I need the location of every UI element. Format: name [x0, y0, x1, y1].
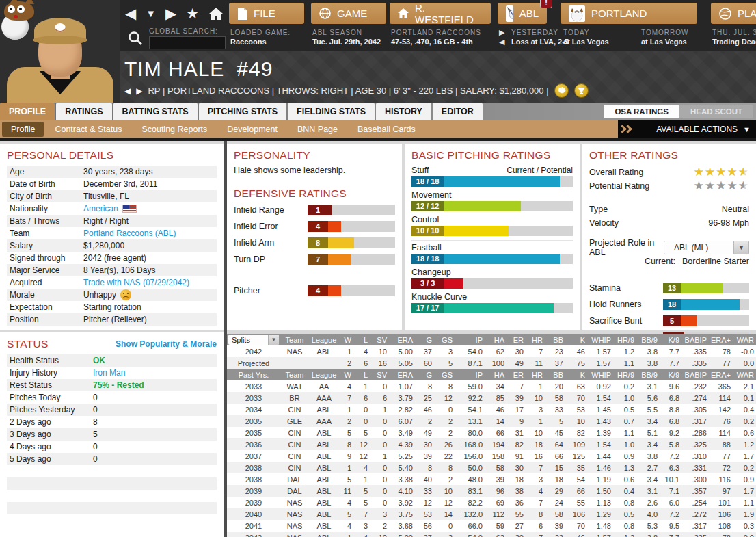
column-header[interactable]: GS [436, 369, 457, 380]
splits-dropdown[interactable]: Splits▼ [228, 335, 279, 345]
osa-ratings-button[interactable]: OSA RATINGS [604, 105, 679, 118]
subtab-development[interactable]: Development [218, 122, 286, 137]
column-header[interactable]: L [355, 334, 372, 345]
table-row[interactable]: 2042NASABL14105.0037354.06230723461.571.… [227, 532, 756, 537]
column-header[interactable]: ERA [391, 369, 417, 380]
column-header[interactable]: WHIP [589, 334, 615, 345]
file-button[interactable]: FILE [229, 3, 304, 24]
column-header[interactable]: G [417, 334, 436, 345]
table-row[interactable]: 2035CINABL5503.4949280.066311045821.391.… [227, 427, 756, 438]
table-row[interactable]: 2038DALABL5103.3840248.03918318541.190.6… [227, 473, 756, 485]
column-header[interactable]: G [417, 369, 436, 380]
detail-link[interactable]: American [83, 204, 118, 213]
column-header[interactable]: IP [457, 369, 487, 380]
league-button[interactable]: ABL ! [498, 3, 547, 24]
column-header[interactable]: W [339, 369, 355, 380]
column-header[interactable]: K [567, 334, 589, 345]
column-header[interactable]: Team [280, 369, 309, 380]
column-header[interactable]: HA [487, 334, 509, 345]
column-header[interactable]: Team [280, 334, 309, 345]
table-row[interactable]: 2042NASABL14105.0037354.06230723461.571.… [227, 345, 756, 357]
available-actions-button[interactable]: AVAILABLE ACTIONS ▼ [636, 120, 756, 138]
table-row[interactable]: 2033BRAAA7663.79251292.285391058701.541.… [227, 392, 756, 404]
column-header[interactable]: L [355, 369, 372, 380]
column-header[interactable]: GS [436, 334, 457, 345]
column-header[interactable]: SV [372, 369, 391, 380]
back-arrow-icon[interactable]: ◀ [125, 4, 136, 23]
column-header[interactable]: WHIP [589, 369, 615, 380]
tab-history[interactable]: HISTORY [376, 103, 431, 120]
game-button[interactable]: GAME [311, 3, 386, 24]
column-header[interactable]: K [567, 369, 589, 380]
table-row[interactable]: 2039NASABL4503.92121282.26936724551.130.… [227, 497, 756, 508]
column-header[interactable]: BB [547, 334, 567, 345]
tab-profile[interactable]: PROFILE [0, 103, 55, 120]
table-row[interactable]: 2035GLEAAA2006.072213.114915101.430.73.4… [227, 415, 756, 427]
column-header[interactable]: ERA+ [711, 334, 735, 345]
column-header[interactable]: WAR [735, 369, 756, 380]
column-header[interactable]: ERA+ [711, 369, 735, 380]
detail-link[interactable]: Iron Man [93, 368, 125, 378]
column-header[interactable]: ER [509, 334, 528, 345]
column-header[interactable]: BB/9 [638, 334, 662, 345]
subtab-bnn-page[interactable]: BNN Page [288, 122, 347, 137]
column-header[interactable]: ERA [391, 334, 417, 345]
glove-icon[interactable] [554, 83, 569, 98]
column-header[interactable]: HR/9 [615, 334, 638, 345]
column-header[interactable]: League [309, 334, 339, 345]
tab-pitching-stats[interactable]: PITCHING STATS [199, 103, 286, 120]
table-row[interactable]: Projected26165.0560587.1100491137751.571… [227, 357, 756, 369]
column-header[interactable]: WAR [735, 334, 756, 345]
league-alert-badge[interactable]: ! [540, 0, 552, 8]
tab-ratings[interactable]: RATINGS [56, 103, 111, 120]
table-row[interactable]: 2034CINABL1012.8246054.14617333531.450.5… [227, 404, 756, 415]
table-row[interactable]: 2040NASABL5733.755314132.0112558581061.2… [227, 508, 756, 520]
yesterday-prev-icon[interactable]: ◀ [499, 38, 504, 46]
table-row[interactable]: 2033WATAA4101.078859.0347120630.920.23.1… [227, 380, 756, 392]
column-header[interactable]: HA [487, 369, 509, 380]
forward-arrow-icon[interactable]: ▶ [165, 4, 176, 23]
table-row[interactable]: 2036CINABL81204.393026168.01948218641091… [227, 438, 756, 450]
subtab-contract-status[interactable]: Contract & Status [46, 122, 131, 137]
dropdown-arrow-icon[interactable]: ▼ [146, 4, 156, 23]
table-row[interactable]: 2037CINABL91215.253922156.01589116661251… [227, 450, 756, 462]
column-header[interactable]: BABIP [684, 369, 711, 380]
global-search-input[interactable] [149, 36, 226, 49]
column-header[interactable]: HR/9 [615, 369, 638, 380]
column-header[interactable]: BABIP [684, 334, 711, 345]
manager-button[interactable]: R. WESTFIELD [390, 3, 491, 24]
tab-batting-stats[interactable]: BATTING STATS [113, 103, 198, 120]
detail-link[interactable]: Trade with NAS (07/29/2042) [83, 278, 189, 287]
head-scout-button[interactable]: HEAD SCOUT [679, 105, 753, 118]
tab-editor[interactable]: EDITOR [433, 103, 483, 120]
subtab-profile[interactable]: Profile [2, 122, 44, 137]
tab-fielding-stats[interactable]: FIELDING STATS [288, 103, 375, 120]
column-header[interactable]: SV [372, 334, 391, 345]
column-header[interactable]: League [309, 369, 339, 380]
team-button[interactable]: PORTLAND [561, 3, 697, 24]
projected-role-dropdown[interactable]: ABL (ML) ▼ [664, 241, 749, 254]
detail-link[interactable]: Portland Raccoons (ABL) [83, 228, 176, 238]
home-icon[interactable] [208, 6, 224, 21]
subtab-baseball-cards[interactable]: Baseball Cards [349, 122, 424, 137]
next-player-icon[interactable]: ▶ [136, 86, 142, 96]
bookmark-star-icon[interactable]: ★ [186, 4, 199, 23]
table-row[interactable]: 2041NASABL4323.6856066.05927639701.480.8… [227, 520, 756, 532]
column-header[interactable]: BB [547, 369, 567, 380]
column-header[interactable]: BB/9 [638, 369, 662, 380]
show-popularity-link[interactable]: Show Popularity & Morale [116, 339, 217, 349]
yesterday-next-icon[interactable]: ▶ [499, 29, 504, 36]
prev-player-icon[interactable]: ◀ [124, 86, 131, 96]
column-header[interactable]: K/9 [662, 334, 684, 345]
play-button[interactable]: PLAY [711, 3, 756, 24]
column-header[interactable]: HR [528, 334, 547, 345]
table-row[interactable]: 2038CINABL1405.408850.05830715351.461.32… [227, 462, 756, 473]
subtab-scouting-reports[interactable]: Scouting Reports [133, 122, 216, 137]
table-row[interactable]: 2039DALABL11504.10331083.19638429661.500… [227, 485, 756, 497]
column-header[interactable]: HR [528, 369, 547, 380]
trophy-icon[interactable] [574, 83, 589, 98]
column-header[interactable]: ER [509, 369, 528, 380]
column-header[interactable]: IP [457, 334, 487, 345]
column-header[interactable]: K/9 [662, 369, 684, 380]
column-header[interactable]: W [339, 334, 355, 345]
